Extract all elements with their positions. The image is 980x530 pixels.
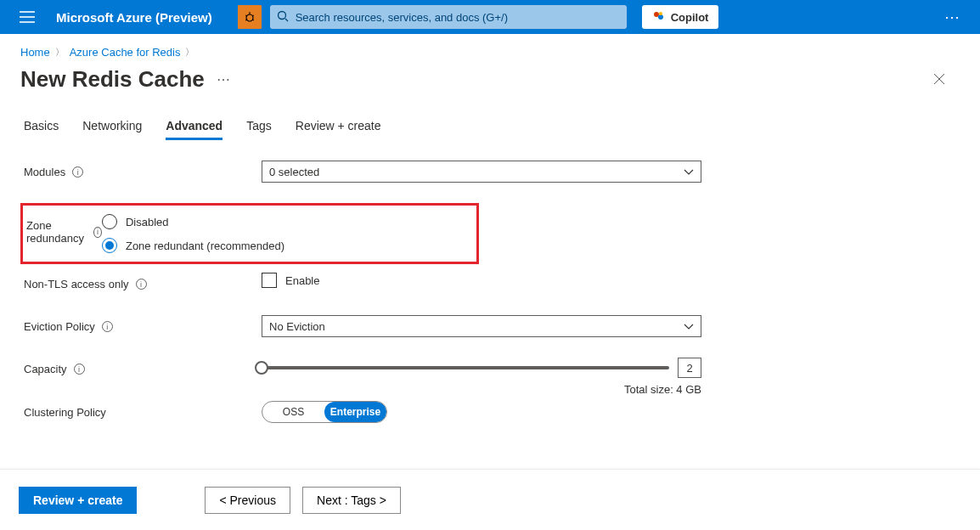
tab-tags[interactable]: Tags	[246, 114, 272, 140]
chevron-right-icon: 〉	[55, 46, 65, 59]
row-capacity: Capacity i 2 Total size: 4 GB	[24, 358, 960, 396]
row-non-tls: Non-TLS access only i Enable	[24, 273, 960, 310]
clustering-enterprise[interactable]: Enterprise	[324, 402, 386, 422]
info-icon[interactable]: i	[102, 321, 113, 332]
breadcrumb: Home 〉 Azure Cache for Redis 〉	[20, 46, 960, 59]
page-header: Home 〉 Azure Cache for Redis 〉 New Redis…	[0, 34, 980, 93]
capacity-value-input[interactable]: 2	[678, 358, 701, 378]
modules-dropdown[interactable]: 0 selected	[262, 161, 701, 183]
modules-label: Modules	[24, 166, 65, 178]
breadcrumb-service[interactable]: Azure Cache for Redis	[70, 46, 181, 59]
global-search[interactable]	[270, 5, 627, 29]
slider-thumb-icon[interactable]	[255, 361, 268, 375]
breadcrumb-home[interactable]: Home	[20, 46, 50, 59]
radio-icon	[102, 238, 117, 253]
clustering-oss[interactable]: OSS	[262, 402, 324, 422]
eviction-dropdown[interactable]: No Eviction	[262, 315, 701, 337]
capacity-label: Capacity	[24, 363, 67, 375]
tab-advanced[interactable]: Advanced	[166, 114, 222, 140]
modules-value: 0 selected	[269, 166, 319, 178]
zone-redundancy-radio-group: Disabled Zone redundant (recommended)	[102, 214, 542, 253]
capacity-slider[interactable]	[262, 366, 669, 369]
svg-point-11	[654, 12, 659, 17]
tab-review[interactable]: Review + create	[296, 114, 381, 140]
clustering-label: Clustering Policy	[24, 406, 106, 419]
radio-zone-redundant[interactable]: Zone redundant (recommended)	[102, 238, 542, 253]
brand-label[interactable]: Microsoft Azure (Preview)	[53, 10, 229, 25]
info-icon[interactable]: i	[93, 227, 102, 238]
non-tls-label: Non-TLS access only	[24, 278, 129, 290]
title-more-icon[interactable]: ⋯	[217, 71, 232, 87]
copilot-label: Copilot	[671, 11, 709, 24]
svg-point-9	[278, 11, 285, 19]
azure-topbar: Microsoft Azure (Preview) Copilot ⋯	[0, 0, 980, 34]
radio-disabled[interactable]: Disabled	[102, 214, 542, 229]
row-modules: Modules i 0 selected	[24, 161, 960, 198]
radio-icon	[102, 214, 117, 229]
topbar-more-icon[interactable]: ⋯	[936, 0, 970, 34]
info-icon[interactable]: i	[136, 279, 147, 290]
svg-point-3	[246, 14, 253, 21]
svg-point-13	[659, 12, 662, 15]
row-eviction: Eviction Policy i No Eviction	[24, 315, 960, 352]
hamburger-menu-icon[interactable]	[10, 0, 44, 34]
search-icon	[277, 10, 289, 25]
bug-icon[interactable]	[238, 5, 262, 29]
wizard-footer: Review + create < Previous Next : Tags >	[0, 469, 980, 530]
capacity-total-size: Total size: 4 GB	[262, 383, 701, 396]
info-icon[interactable]: i	[72, 166, 83, 178]
search-input[interactable]	[296, 11, 620, 24]
chevron-down-icon	[684, 320, 694, 333]
review-create-button[interactable]: Review + create	[19, 487, 137, 514]
wizard-tabs: Basics Networking Advanced Tags Review +…	[24, 114, 960, 140]
row-clustering: Clustering Policy OSS Enterprise	[24, 401, 960, 438]
copilot-icon	[652, 9, 666, 25]
radio-zone-redundant-label: Zone redundant (recommended)	[126, 240, 284, 252]
eviction-value: No Eviction	[269, 320, 325, 333]
form-scroll-area[interactable]: Basics Networking Advanced Tags Review +…	[0, 88, 980, 469]
clustering-toggle: OSS Enterprise	[262, 401, 387, 423]
zone-redundancy-label: Zone redundancy	[26, 219, 87, 245]
non-tls-checkbox[interactable]	[262, 273, 277, 288]
chevron-right-icon: 〉	[185, 46, 194, 59]
previous-button[interactable]: < Previous	[205, 487, 290, 514]
zone-redundancy-highlight: Zone redundancy i Disabled Zone redundan…	[20, 203, 479, 264]
radio-disabled-label: Disabled	[126, 216, 169, 228]
eviction-label: Eviction Policy	[24, 320, 95, 333]
non-tls-checkbox-label: Enable	[285, 274, 319, 287]
chevron-down-icon	[684, 166, 694, 178]
tab-basics[interactable]: Basics	[24, 114, 59, 140]
tab-networking[interactable]: Networking	[82, 114, 142, 140]
copilot-button[interactable]: Copilot	[642, 5, 719, 29]
info-icon[interactable]: i	[74, 364, 85, 375]
next-button[interactable]: Next : Tags >	[302, 487, 401, 514]
svg-line-10	[285, 19, 288, 21]
